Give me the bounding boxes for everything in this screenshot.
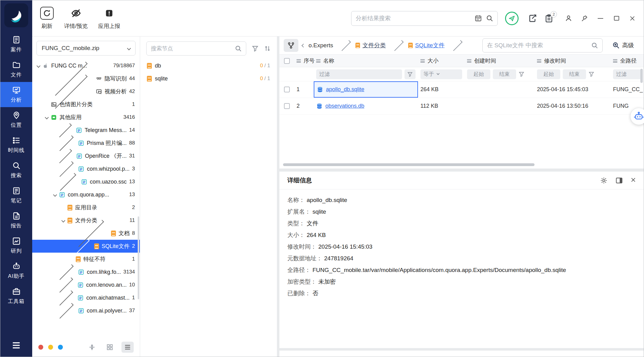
node-list-item[interactable]: db0 / 1 [140,59,277,72]
created-start-filter[interactable]: 起始 [467,69,490,79]
chevron-right-icon[interactable] [58,135,74,151]
sidebar-item-timeline[interactable]: 时间线 [0,132,32,157]
sidebar-item-analysis[interactable]: 分析 [0,82,32,107]
search-icon[interactable] [235,45,242,52]
path-filter-input[interactable]: 过滤 [613,69,641,79]
menu-button[interactable] [12,341,21,350]
column-header[interactable]: 名称 [314,57,418,64]
node-search-input[interactable] [151,45,232,52]
tree-node[interactable]: Telegram Mess...14 [32,124,140,137]
grid-view-button[interactable] [104,342,116,353]
back-chevron-icon[interactable] [301,44,305,48]
folder-search-input[interactable] [487,42,588,49]
tree-node[interactable]: com.aichatmast...1 [32,291,140,304]
chevron-down-icon[interactable] [61,219,65,223]
file-name-cell[interactable]: observations.db [314,98,418,114]
modified-end-filter[interactable]: 结束 [563,69,586,79]
file-link[interactable]: apollo_db.sqlite [326,86,364,93]
tree-node[interactable]: OpenRice 《开...31 [32,149,140,162]
horizontal-scrollbar[interactable] [283,163,535,166]
blue-dot-filter[interactable] [58,345,63,350]
export-button[interactable] [528,14,537,23]
tree-node[interactable]: com.ai.polyver...37 [32,304,140,317]
tree-node[interactable]: 应用目录2 [32,201,140,214]
sidebar-item-judge[interactable]: 研判 [0,233,32,258]
table-row[interactable]: 2observations.db112 KB2025-04-16 13:50:1… [279,98,644,114]
column-header[interactable]: 大小 [418,57,465,64]
sidebar-item-files[interactable]: 文件 [0,57,32,82]
sidebar-item-report[interactable]: 报告 [0,208,32,233]
file-link[interactable]: observations.db [325,103,364,109]
sidebar-item-search[interactable]: 搜索 [0,157,32,183]
preview-toggle-button[interactable]: 详情/预览 [64,7,88,30]
breadcrumb-item-sqlite[interactable]: SQLite文件 [408,41,445,49]
advanced-search-button[interactable]: 高级 [612,41,634,49]
app-report-button[interactable]: 应用上报 [98,7,120,30]
tree-node[interactable]: FUNG CC m...79/18867 [32,59,140,72]
refresh-button[interactable]: 刷新 [40,7,54,30]
chevron-right-icon[interactable] [58,303,74,319]
pin-button[interactable] [581,15,588,22]
row-checkbox[interactable] [284,87,290,92]
collapse-all-button[interactable] [86,342,98,353]
chevron-right-icon[interactable] [58,161,74,177]
panel-layout-button[interactable] [615,177,623,184]
created-end-filter[interactable]: 结束 [493,69,516,79]
folder-search[interactable] [482,38,603,52]
node-list-item[interactable]: sqlite0 / 1 [140,72,277,85]
send-button[interactable] [505,12,519,25]
node-search[interactable] [146,41,246,56]
tree-node[interactable]: 特征不符1 [32,253,140,266]
select-all-checkbox[interactable] [284,58,290,64]
tree-node[interactable]: com.lenovo.an...10 [32,278,140,291]
search-icon[interactable] [486,15,493,22]
created-filter-button[interactable] [519,71,524,77]
column-header[interactable]: 创建时间 [465,57,535,64]
user-button[interactable] [565,15,572,22]
global-search[interactable] [351,11,498,26]
global-search-input[interactable] [356,15,470,22]
chevron-right-icon[interactable] [58,290,73,305]
row-checkbox[interactable] [284,103,290,109]
tree-node[interactable]: 隐写识别44 [32,72,140,85]
chevron-down-icon[interactable] [45,115,49,119]
sidebar-item-toolbox[interactable]: 工具箱 [0,283,32,308]
minimize-button[interactable] [597,15,604,22]
tree-node[interactable]: 文档8 [32,227,140,240]
tree-node[interactable]: SQLite文件2 [32,240,140,253]
tree-node[interactable]: com.whizpool.p...3 [32,162,140,175]
name-filter-input[interactable]: 过滤 [316,69,402,79]
tree-node[interactable]: 视频分析42 [32,85,140,98]
calendar-icon[interactable] [475,15,482,22]
tree-node[interactable]: com.quora.app...13 [32,188,140,201]
sidebar-item-notes[interactable]: 笔记 [0,183,32,208]
filter-button[interactable] [252,45,259,52]
evidence-source-select[interactable]: FUNG_CC_mobile.zip [36,41,136,56]
chevron-right-icon[interactable] [58,123,72,137]
size-filter-operator[interactable]: 等于 [420,69,462,79]
file-name-cell[interactable]: apollo_db.sqlite [314,81,418,98]
sidebar-item-ai-assistant[interactable]: AI助手 [0,258,32,283]
breadcrumb-root[interactable]: o.Experts [309,42,333,49]
table-row[interactable]: 1apollo_db.sqlite264 KB2025-04-16 15:45:… [279,81,644,98]
close-details-button[interactable] [631,177,636,184]
tree-node[interactable]: 色情图片分类1 [32,98,140,111]
yellow-dot-filter[interactable] [48,345,53,350]
tasks-button[interactable]: 2 [545,14,553,23]
close-button[interactable] [629,15,636,22]
tree-node[interactable]: com.lihkg.fo...3134 [32,266,140,278]
tree-node[interactable]: 文件分类11 [32,214,140,227]
chevron-down-icon[interactable] [36,64,40,68]
red-dot-filter[interactable] [38,345,43,350]
column-header[interactable]: 序号 [294,57,314,64]
tree-node[interactable]: com.uazoo.ssc13 [32,175,140,188]
settings-button[interactable] [600,177,608,184]
name-filter-button[interactable] [404,69,416,79]
tree-node[interactable]: Prisma 照片编...88 [32,137,140,149]
breadcrumb-item-folder-class[interactable]: 文件分类 [355,41,386,49]
modified-start-filter[interactable]: 起始 [537,69,560,79]
column-header[interactable]: 修改时间 [535,57,611,64]
sort-button[interactable] [264,45,271,52]
maximize-button[interactable] [613,15,620,22]
tree-node[interactable]: 其他应用3416 [32,111,140,124]
